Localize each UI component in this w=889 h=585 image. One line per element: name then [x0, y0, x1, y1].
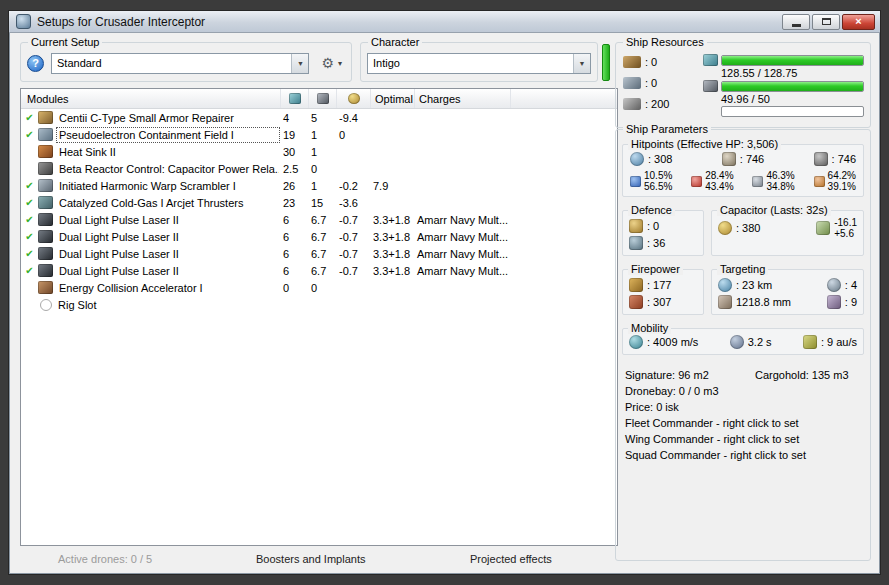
module-row[interactable]: ✔Dual Light Pulse Laser II66.7-0.73.3+1.… — [21, 228, 617, 245]
module-row[interactable]: Beta Reactor Control: Capacitor Power Re… — [21, 160, 617, 177]
warp-speed-icon — [803, 335, 817, 349]
character-group: Character Intigo ▼ — [360, 42, 598, 82]
setup-tools-button[interactable]: ⚙ ▾ — [318, 55, 345, 71]
module-name[interactable]: Beta Reactor Control: Capacitor Power Re… — [57, 162, 279, 176]
fitted-check-icon: ✔ — [21, 265, 38, 276]
column-optimal[interactable]: Optimal — [371, 89, 415, 108]
info-text[interactable]: Wing Commander - right click to set — [625, 431, 799, 447]
shield-icon — [630, 152, 644, 166]
capacitor-label: Capacitor (Lasts: 32s) — [717, 204, 831, 216]
module-name[interactable]: Dual Light Pulse Laser II — [57, 247, 279, 261]
info-line: Dronebay: 0 / 0 m3 — [625, 383, 862, 399]
module-row[interactable]: ✔Dual Light Pulse Laser II66.7-0.73.3+1.… — [21, 262, 617, 279]
module-row[interactable]: Energy Collision Accelerator I00 — [21, 279, 617, 296]
minimize-button[interactable] — [782, 14, 810, 30]
module-name[interactable]: Centii C-Type Small Armor Repairer — [57, 111, 279, 125]
module-capacitor: -0.7 — [335, 265, 369, 277]
column-capacitor[interactable] — [337, 89, 371, 108]
active-drones-label[interactable]: Active drones: 0 / 5 — [58, 553, 152, 565]
align-time: 3.2 s — [748, 336, 772, 348]
calibration-value: : 200 — [645, 98, 669, 110]
targeting-range-icon — [718, 278, 732, 292]
passive-defence-value: : 0 — [647, 220, 659, 232]
heat-sink-icon — [38, 145, 53, 158]
armor-resist-value: 39.1% — [828, 181, 856, 192]
character-status-bar — [602, 44, 610, 81]
warp-scrambler-icon — [38, 179, 53, 192]
info-line[interactable]: Squad Commander - right click to set — [625, 447, 862, 463]
chevron-down-icon: ▾ — [338, 59, 342, 68]
info-line[interactable]: Fleet Commander - right click to set — [625, 415, 862, 431]
module-cpu: 6 — [279, 214, 307, 226]
module-name[interactable]: Energy Collision Accelerator I — [57, 281, 279, 295]
launcher-hardpoints-icon — [623, 77, 641, 89]
column-modules[interactable]: Modules — [21, 89, 281, 108]
maximize-button[interactable] — [812, 14, 840, 30]
thermal-resist-icon — [691, 176, 702, 187]
module-charges: Amarr Navy Mult... — [413, 265, 509, 277]
module-name[interactable]: Catalyzed Cold-Gas I Arcjet Thrusters — [57, 196, 279, 210]
mobility-label: Mobility — [628, 322, 671, 334]
scan-resolution: 1218.8 mm — [736, 296, 791, 308]
boosters-implants-label[interactable]: Boosters and Implants — [256, 553, 365, 565]
calibration-icon — [623, 98, 641, 110]
module-capacitor: -3.6 — [335, 197, 369, 209]
module-name[interactable]: Dual Light Pulse Laser II — [57, 213, 279, 227]
max-velocity-icon — [629, 335, 643, 349]
fitted-check-icon: ✔ — [21, 129, 38, 140]
turret-hardpoints-value: : 0 — [645, 56, 657, 68]
explosive-resist-icon — [814, 176, 825, 187]
client-area: Current Setup ? Standard ▼ ⚙ ▾ Character… — [10, 34, 879, 573]
cpu-icon — [703, 54, 718, 66]
minimize-icon — [792, 24, 801, 27]
module-powergrid: 0 — [307, 163, 335, 175]
cpu-bar — [721, 55, 864, 66]
upgrade-bar — [721, 106, 864, 117]
pulse-laser-icon — [38, 247, 53, 260]
close-button[interactable]: × — [842, 14, 875, 30]
info-line[interactable]: Wing Commander - right click to set — [625, 431, 862, 447]
capacitor-recharge: +5.6 — [834, 228, 857, 239]
projected-effects-label[interactable]: Projected effects — [470, 553, 552, 565]
active-defence-icon — [629, 236, 643, 250]
module-powergrid: 1 — [307, 129, 335, 141]
fitted-check-icon: ✔ — [21, 231, 38, 242]
module-cpu: 4 — [279, 112, 307, 124]
column-cpu[interactable] — [281, 89, 309, 108]
setup-combobox-arrow[interactable]: ▼ — [291, 54, 308, 73]
armor-repairer-icon — [38, 111, 53, 124]
column-charges[interactable]: Charges — [415, 89, 511, 108]
module-name[interactable]: Initiated Harmonic Warp Scrambler I — [57, 179, 279, 193]
info-text[interactable]: Squad Commander - right click to set — [625, 447, 806, 463]
module-name[interactable]: Pseudoelectron Containment Field I — [57, 128, 279, 142]
setup-combobox[interactable]: Standard ▼ — [51, 53, 309, 74]
armor-resist-value: 43.4% — [705, 181, 733, 192]
module-row[interactable]: ✔Dual Light Pulse Laser II66.7-0.73.3+1.… — [21, 245, 617, 262]
dps-value: : 307 — [647, 296, 671, 308]
module-name[interactable]: Rig Slot — [56, 298, 278, 312]
module-row[interactable]: Rig Slot — [21, 296, 617, 313]
character-combobox[interactable]: Intigo ▼ — [367, 53, 591, 74]
max-velocity: : 4009 m/s — [647, 336, 698, 348]
hull-icon — [814, 152, 828, 166]
module-row[interactable]: ✔Catalyzed Cold-Gas I Arcjet Thrusters23… — [21, 194, 617, 211]
character-combobox-arrow[interactable]: ▼ — [573, 54, 590, 73]
setups-window: Setups for Crusader Interceptor × Curren… — [8, 10, 881, 575]
module-name[interactable]: Dual Light Pulse Laser II — [57, 264, 279, 278]
hitpoints-label: Hitpoints (Effective HP: 3,506) — [628, 138, 781, 150]
module-row[interactable]: ✔Centii C-Type Small Armor Repairer45-9.… — [21, 109, 617, 126]
column-powergrid[interactable] — [309, 89, 337, 108]
module-name[interactable]: Dual Light Pulse Laser II — [57, 230, 279, 244]
pulse-laser-icon — [38, 213, 53, 226]
module-cpu: 0 — [279, 282, 307, 294]
module-row[interactable]: ✔Pseudoelectron Containment Field I1910 — [21, 126, 617, 143]
help-icon[interactable]: ? — [27, 55, 44, 72]
module-name[interactable]: Heat Sink II — [57, 145, 279, 159]
info-text[interactable]: Fleet Commander - right click to set — [625, 415, 799, 431]
module-row[interactable]: ✔Dual Light Pulse Laser II66.7-0.73.3+1.… — [21, 211, 617, 228]
capacitor-box: Capacitor (Lasts: 32s) : 380 -16.1+5.6 — [711, 210, 864, 256]
module-row[interactable]: Heat Sink II301 — [21, 143, 617, 160]
module-charges: Amarr Navy Mult... — [413, 248, 509, 260]
module-row[interactable]: ✔Initiated Harmonic Warp Scrambler I261-… — [21, 177, 617, 194]
title-bar[interactable]: Setups for Crusader Interceptor × — [9, 11, 880, 33]
